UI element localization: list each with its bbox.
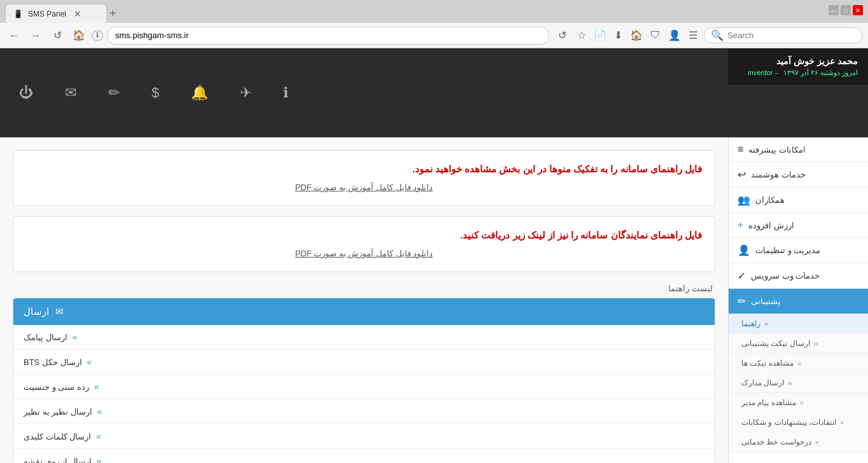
sidebar-item-label: همکاران xyxy=(755,195,785,205)
arrow-icon: « xyxy=(797,359,801,367)
sidebar-sub-item-feedback[interactable]: « انتقادات، پیشنهادات و شکایات xyxy=(729,413,868,432)
sidebar-item-advanced[interactable]: امکانات پیشرفته ≡ xyxy=(729,137,868,162)
send-icon[interactable]: ✈ xyxy=(240,85,251,101)
tab-close-btn[interactable]: ✕ xyxy=(74,9,81,19)
guide-text-2: فایل راهنمای نمایندگان سامانه را نیز از … xyxy=(26,230,702,241)
forward-button[interactable]: → xyxy=(27,27,45,45)
arrow-icon: « xyxy=(814,340,818,347)
menu-item-send-message[interactable]: » ارسال پیامک xyxy=(13,325,715,350)
info-icon[interactable]: ℹ xyxy=(283,85,288,101)
reader-icon[interactable]: 📄 xyxy=(591,27,609,44)
dollar-icon[interactable]: $ xyxy=(151,85,159,101)
menu-item-label: ارسال نظیر به نظیر xyxy=(24,407,92,417)
user-info-panel: محمد عزیز خوش آمید امروز دوشنبه ۲۶ آذر ۱… xyxy=(728,48,868,85)
window-maximize-button[interactable]: □ xyxy=(841,5,851,15)
arrow-icon: « xyxy=(815,438,819,446)
sidebar-item-label: خدمات وب سرویس xyxy=(751,271,820,280)
menu-item-age-gender[interactable]: » رده سنی و جنسیت xyxy=(13,375,715,399)
sidebar-sub-item-view-tickets[interactable]: « مشاهده تیکت ها xyxy=(729,354,868,373)
arrow-icon: « xyxy=(764,320,768,328)
sidebar-item-support[interactable]: پشتیبانی ✏ xyxy=(729,289,868,314)
new-tab-button[interactable]: + xyxy=(109,4,116,23)
send-icon: ✉ xyxy=(55,306,64,317)
support-icon: ✏ xyxy=(738,295,746,307)
sidebar-sub-item-ticket[interactable]: « ارسال تیکت پشتیبانی xyxy=(729,334,868,354)
back-button[interactable]: ← xyxy=(5,27,23,45)
guide-text-1: فایل راهنمای سامانه را به تفکیک منوها در… xyxy=(26,163,702,175)
value-icon: + xyxy=(738,219,743,231)
send-menu-block: ✉ ارسال » ارسال پیامک » ارسال حکل BTS » … xyxy=(13,298,715,463)
sidebar-sub-item-line-request[interactable]: « درخواست خط خدماتی xyxy=(729,432,868,452)
menu-item-label: رده سنی و جنسیت xyxy=(24,382,89,392)
menu-item-map[interactable]: » ارسال از روی نقشه xyxy=(13,449,715,463)
sidebar-sub-item-admin-message[interactable]: « مشاهده پیام مدیر xyxy=(729,393,868,413)
bullet-icon: » xyxy=(94,382,99,392)
management-icon: 👤 xyxy=(738,244,750,256)
home-nav-icon[interactable]: 🏠 xyxy=(627,27,645,44)
browser-chrome: 📱 SMS Panel ✕ + — □ ✕ ← → ↺ 🏠 ℹ ↺ ☆ 📄 ⬇ … xyxy=(0,0,868,48)
bullet-icon: » xyxy=(97,456,102,463)
window-minimize-button[interactable]: — xyxy=(829,5,839,15)
browser-tab[interactable]: 📱 SMS Panel ✕ xyxy=(5,4,107,23)
refresh-button[interactable]: ↺ xyxy=(553,27,571,45)
bullet-icon: » xyxy=(87,357,92,367)
download-icon[interactable]: ⬇ xyxy=(612,27,625,44)
sidebar-item-label: مدیریت و تنظیمات xyxy=(755,245,820,255)
arrow-icon: « xyxy=(788,379,792,387)
sub-item-label: انتقادات، پیشنهادات و شکایات xyxy=(741,418,836,427)
menu-item-send-bts[interactable]: » ارسال حکل BTS xyxy=(13,350,715,375)
sidebar-item-label: خدمات هوشمند xyxy=(751,170,806,179)
sidebar-sub-item-guide[interactable]: « راهنما xyxy=(729,314,868,334)
bookmark-icon[interactable]: ☆ xyxy=(575,27,589,44)
user-name: محمد عزیز خوش آمید xyxy=(738,56,858,66)
webservice-icon: ✓ xyxy=(738,270,746,282)
bell-icon[interactable]: 🔔 xyxy=(191,85,208,101)
menu-item-label: ارسال پیامک xyxy=(24,333,67,342)
send-label: ارسال xyxy=(24,306,49,317)
guide-header-block-2: فایل راهنمای نمایندگان سامانه را نیز از … xyxy=(13,216,715,272)
menu-item-peer-to-peer[interactable]: » ارسال نظیر به نظیر xyxy=(13,399,715,424)
menu-icon[interactable]: ☰ xyxy=(686,27,700,44)
lock-icon: ℹ xyxy=(92,30,103,41)
user-date: امروز دوشنبه ۲۶ آذر ۱۳۹۷ – inventor xyxy=(738,69,858,77)
sidebar-sub-item-documents[interactable]: « ارسال مدارک xyxy=(729,373,868,393)
sidebar-item-partners[interactable]: همکاران 👥 xyxy=(729,188,868,213)
window-close-button[interactable]: ✕ xyxy=(853,5,863,15)
reload-button[interactable]: ↺ xyxy=(48,27,66,45)
smart-icon: ↩ xyxy=(738,169,746,181)
sub-item-label: ارسال تیکت پشتیبانی xyxy=(741,339,810,348)
menu-item-label: ارسال حکل BTS xyxy=(24,357,82,367)
menu-item-keywords[interactable]: » ارسال کلمات کلیدی xyxy=(13,424,715,449)
browser-action-icons: ☆ 📄 ⬇ 🏠 🛡 👤 ☰ xyxy=(575,27,700,44)
search-icon: 🔍 xyxy=(711,29,724,41)
guide-header-block: فایل راهنمای سامانه را به تفکیک منوها در… xyxy=(13,150,715,206)
search-input[interactable] xyxy=(727,31,855,40)
sidebar-item-label: امکانات پیشرفته xyxy=(748,145,806,155)
list-label: لیست راهنما xyxy=(668,284,713,293)
main-content: فایل راهنمای سامانه را به تفکیک منوها در… xyxy=(0,137,728,463)
sub-item-label: ارسال مدارک xyxy=(741,378,784,387)
address-bar[interactable] xyxy=(107,27,549,45)
sub-item-label: راهنما xyxy=(741,319,760,328)
partners-icon: 👥 xyxy=(738,194,750,206)
sidebar-item-smart[interactable]: خدمات هوشمند ↩ xyxy=(729,162,868,188)
list-icon: ≡ xyxy=(738,144,743,155)
power-icon[interactable]: ⏻ xyxy=(19,85,33,101)
sidebar-item-webservice[interactable]: خدمات وب سرویس ✓ xyxy=(729,263,868,289)
guide-link-2[interactable]: دانلود فایل کامل آموزش به صورت PDF xyxy=(295,249,433,258)
send-section-header: ✉ ارسال xyxy=(13,298,715,325)
menu-item-label: ارسال از روی نقشه xyxy=(24,457,92,464)
bullet-icon: » xyxy=(97,406,102,417)
email-icon[interactable]: ✉ xyxy=(65,85,76,101)
sidebar-item-management[interactable]: مدیریت و تنظیمات 👤 xyxy=(729,238,868,263)
shield-icon[interactable]: 🛡 xyxy=(648,27,663,44)
tab-title: SMS Panel xyxy=(28,10,66,18)
profile-icon[interactable]: 👤 xyxy=(666,27,683,44)
guide-link-1[interactable]: دانلود فایل کامل آموزش به صورت PDF xyxy=(295,183,433,192)
sidebar-item-value[interactable]: ارزش افزوده + xyxy=(729,213,868,238)
arrow-icon: « xyxy=(840,418,844,426)
browser-toolbar: ← → ↺ 🏠 ℹ ↺ ☆ 📄 ⬇ 🏠 🛡 👤 ☰ 🔍 xyxy=(0,23,868,48)
sidebar: امکانات پیشرفته ≡ خدمات هوشمند ↩ همکاران… xyxy=(728,137,868,463)
tag-icon[interactable]: ✏ xyxy=(108,85,120,101)
home-button[interactable]: 🏠 xyxy=(70,27,88,45)
